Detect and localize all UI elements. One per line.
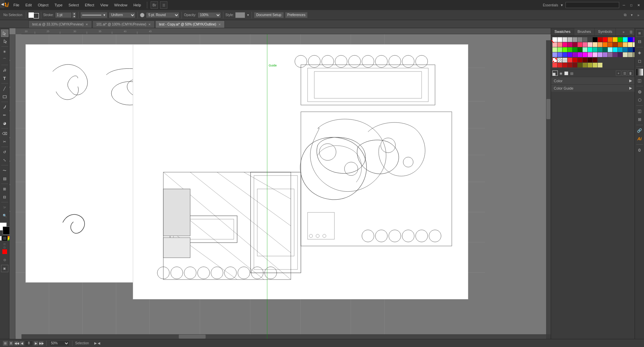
scale-tool[interactable]: ⤡ <box>1 156 8 164</box>
swatch-purple-light2[interactable] <box>598 52 602 57</box>
artboard-status-icon[interactable]: ⊞ <box>3 341 8 346</box>
stroke-cap-select[interactable]: 5 pt. Round <box>146 12 179 18</box>
swatch-extra10[interactable] <box>598 63 602 67</box>
swatch-extra4[interactable] <box>568 63 572 67</box>
swatch-teal-dark[interactable] <box>598 47 602 52</box>
swatch-crimson[interactable] <box>573 42 577 47</box>
swatch-deep-purple[interactable] <box>618 52 623 57</box>
panel-expand-icon[interactable]: » <box>620 28 627 36</box>
swatch-extra6[interactable] <box>578 63 582 67</box>
pencil-tool[interactable]: ✏ <box>1 111 8 119</box>
workspace-dropdown-icon[interactable]: ▼ <box>560 3 564 7</box>
swatch-teal-darker[interactable] <box>603 47 607 52</box>
swatch-show-kinds[interactable] <box>552 70 558 76</box>
scrollbar-vertical[interactable] <box>546 40 551 334</box>
menu-help[interactable]: Help <box>131 2 144 8</box>
swatch-blue-bright[interactable] <box>562 52 567 57</box>
swatch-teal[interactable] <box>593 47 597 52</box>
swatch-amethyst[interactable] <box>603 52 607 57</box>
swatch-green2[interactable] <box>568 47 572 52</box>
panel-icon-gradient[interactable] <box>636 68 643 76</box>
swatch-pattern2[interactable] <box>557 58 562 62</box>
swatch-cyan-light[interactable] <box>608 47 612 52</box>
stroke-uniform-select[interactable]: Uniform <box>109 12 136 18</box>
magic-wand-tool[interactable]: ✳ <box>1 48 8 55</box>
graph-tool[interactable]: ▤ <box>1 175 8 182</box>
swatch-dark-purple[interactable] <box>613 52 618 57</box>
swatch-blue-dark[interactable] <box>628 47 633 52</box>
swatch-blue-mid[interactable] <box>623 47 628 52</box>
swatch-orange[interactable] <box>608 37 612 42</box>
swatch-orange-light[interactable] <box>598 42 602 47</box>
swatch-dark-gray[interactable] <box>588 37 592 42</box>
tab-101-ai[interactable]: 101.ai* @ 100% (CMYK/Preview) ✕ <box>93 20 155 28</box>
swatch-r100[interactable] <box>568 58 572 62</box>
swatch-pattern3[interactable] <box>562 58 567 62</box>
change-screen-mode-btn[interactable]: ⊙ <box>1 256 8 263</box>
swatch-brown[interactable] <box>618 42 623 47</box>
status-prev-btn[interactable]: ◀ <box>98 341 100 345</box>
swatch-hot-pink[interactable] <box>562 42 567 47</box>
swatch-r60[interactable] <box>578 58 582 62</box>
selection-tool[interactable] <box>1 30 8 37</box>
menu-window[interactable]: Window <box>112 2 130 8</box>
swatch-violet-bright[interactable] <box>578 52 582 57</box>
swatch-pink[interactable] <box>557 42 562 47</box>
swatch-gradient-icon[interactable]: ⬜ <box>564 71 569 76</box>
type-tool[interactable]: T <box>1 75 8 82</box>
swatch-mauve[interactable] <box>608 52 612 57</box>
stroke-up-btn[interactable]: ▲ <box>72 12 76 15</box>
swatch-gold[interactable] <box>623 42 628 47</box>
swatch-red[interactable] <box>603 37 607 42</box>
panel-menu-icon[interactable]: ☰ <box>627 28 635 36</box>
swatch-tan[interactable] <box>628 52 633 57</box>
swatch-orange2[interactable] <box>603 42 607 47</box>
swatch-teal-bright[interactable] <box>588 47 592 52</box>
panel-icon-stroke[interactable]: ◻ <box>636 57 643 65</box>
canvas-area[interactable]: 20 25 30 35 40 45 5 1 1 <box>9 28 551 339</box>
swatch-extra5[interactable] <box>573 63 577 67</box>
stroke-style-select[interactable]: ▼ <box>80 12 107 18</box>
swatch-delete-btn[interactable]: 🗑 <box>628 70 633 76</box>
swatch-none[interactable] <box>552 37 557 42</box>
swatch-sky[interactable] <box>618 47 623 52</box>
menu-view[interactable]: View <box>98 2 111 8</box>
panel-icon-transparency[interactable]: ◫ <box>636 77 643 84</box>
minimize-button[interactable]: ─ <box>621 2 627 8</box>
style-swatch[interactable] <box>235 12 245 18</box>
swatch-gray3[interactable] <box>578 37 582 42</box>
artboard-number-input[interactable] <box>25 341 33 346</box>
symbols-tab[interactable]: Symbols <box>595 28 616 36</box>
ruler-corner[interactable] <box>15 28 21 34</box>
fill-mode-btn[interactable]: □ <box>4 243 5 246</box>
scissors-tool[interactable]: ✂ <box>1 138 8 145</box>
panel-icon-appearance[interactable]: ◍ <box>636 88 643 95</box>
swatch-periwinkle[interactable] <box>552 52 557 57</box>
zoom-select[interactable]: 50% 100% 150% 200% <box>49 340 69 346</box>
stroke-none-icon[interactable] <box>2 236 7 241</box>
swatch-gray1[interactable] <box>568 37 572 42</box>
color-panel-header[interactable]: Color ▶ <box>551 77 635 84</box>
swatch-r20[interactable] <box>588 58 592 62</box>
scrollbar-horizontal[interactable] <box>21 334 546 339</box>
close-button[interactable]: ✕ <box>636 2 641 8</box>
tab-test-ai[interactable]: test.ai @ 33.33% (CMYK/Preview) ✕ <box>29 20 92 28</box>
swatches-tab[interactable]: Swatches <box>551 28 574 36</box>
collapse-right-btn[interactable]: » <box>635 11 642 19</box>
panel-icon-layers[interactable]: ◫ <box>636 107 643 115</box>
swatch-extra3[interactable] <box>562 63 567 67</box>
swatch-pink-purple[interactable] <box>588 52 592 57</box>
menu-edit[interactable]: Edit <box>23 2 35 8</box>
slice-tool[interactable]: ⊟ <box>1 193 8 201</box>
hand-tool[interactable]: ☞ <box>1 204 8 211</box>
paintbrush-tool[interactable] <box>1 103 8 111</box>
stroke-cap-dot[interactable] <box>140 13 145 17</box>
lasso-tool[interactable]: ⌒ <box>1 56 8 63</box>
swatch-brown-red[interactable] <box>613 42 618 47</box>
artboard-last-btn[interactable]: ▶▶ <box>39 341 44 346</box>
doc-setup-button[interactable]: Document Setup <box>254 12 284 18</box>
tab-test-copy[interactable]: test - Copy.ai* @ 50% (CMYK/Outline) ✕ <box>155 20 225 28</box>
swatch-extra9[interactable] <box>593 63 597 67</box>
swatch-rose[interactable] <box>588 42 592 47</box>
opacity-select[interactable]: 100% <box>198 12 221 18</box>
